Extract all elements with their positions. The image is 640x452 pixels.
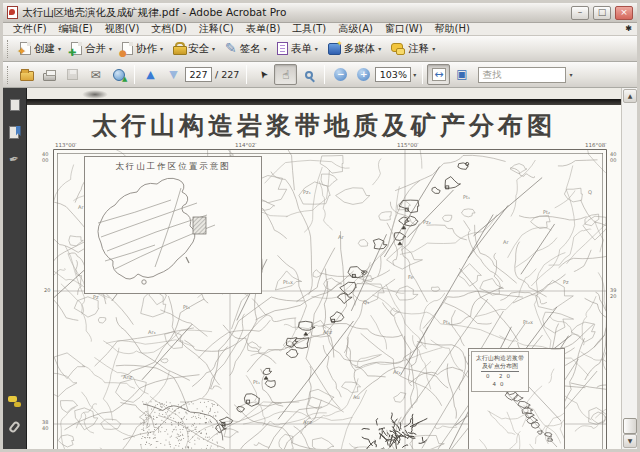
- pdf-page: 太行山构造岩浆带地质及矿产分布图 ArPt₁PzAr₃AnzPt₁QPt₂Pz₁…: [27, 88, 621, 449]
- page-thumbnails-icon: [10, 99, 20, 111]
- sign-icon: ✎: [225, 42, 237, 55]
- menu-item-1[interactable]: 文件(F): [7, 23, 53, 35]
- location-inset-title: 太行山工作区位置示意图: [85, 161, 261, 173]
- sidebar-item-page-thumbnails[interactable]: [7, 97, 23, 113]
- find-dropdown-caret[interactable]: ▾: [569, 71, 572, 78]
- scrollbar-thumb[interactable]: [623, 418, 637, 434]
- scroll-down-button[interactable]: ▼: [623, 434, 637, 448]
- hand-tool-icon: ☝: [282, 68, 289, 82]
- zoom-out-button[interactable]: −: [329, 64, 352, 85]
- map-unit-label: Au: [353, 394, 360, 400]
- tasks-toolbar: 创建▾合并▾协作▾安全▾✎签名▾表单▾多媒体▾注释▾: [3, 36, 637, 62]
- map-unit-label: Anz: [323, 329, 333, 335]
- sign-button[interactable]: ✎签名▾: [220, 40, 272, 58]
- dropdown-caret[interactable]: ▾: [160, 45, 163, 52]
- next-page-button[interactable]: ▼: [162, 64, 185, 85]
- menu-item-7[interactable]: 工具(T): [286, 23, 332, 35]
- collaborate-label: 协作: [136, 42, 157, 56]
- menu-item-5[interactable]: 注释(C): [193, 23, 240, 35]
- collaborate-button[interactable]: 协作▾: [117, 40, 168, 58]
- dropdown-caret[interactable]: ▾: [264, 45, 267, 52]
- comment-icon: [391, 43, 405, 55]
- create-icon: [20, 42, 31, 55]
- page-number-input[interactable]: [185, 67, 212, 82]
- dropdown-caret[interactable]: ▾: [378, 45, 381, 52]
- menu-item-2[interactable]: 编辑(E): [53, 23, 99, 35]
- sidebar-item-comments[interactable]: [7, 393, 23, 409]
- menubar-corner-icon[interactable]: ✱: [625, 24, 632, 33]
- menu-item-9[interactable]: 窗口(W): [379, 23, 429, 35]
- combine-button[interactable]: 合并▾: [66, 40, 117, 58]
- map-unit-label: Pt₂: [543, 209, 550, 215]
- dropdown-caret[interactable]: ▾: [432, 45, 435, 52]
- study-area-marker: [193, 217, 206, 234]
- map-unit-label: Pz₁: [303, 189, 311, 195]
- detail-inset-title-line1: 太行山构造岩浆带: [473, 354, 527, 362]
- dropdown-caret[interactable]: ▾: [109, 45, 112, 52]
- find-input[interactable]: [478, 67, 566, 83]
- map-unit-label: Q₃: [363, 299, 369, 305]
- forms-button[interactable]: 表单▾: [272, 40, 323, 58]
- print-button[interactable]: [38, 64, 61, 85]
- close-button[interactable]: ×: [615, 6, 633, 20]
- multimedia-button[interactable]: 多媒体▾: [323, 40, 387, 58]
- toolbar-separator: [324, 65, 325, 84]
- toolbar-grip[interactable]: [7, 40, 12, 58]
- dropdown-caret[interactable]: ▾: [315, 45, 318, 52]
- scroll-up-button[interactable]: ▲: [623, 89, 637, 103]
- save-button[interactable]: [61, 64, 84, 85]
- minimize-button[interactable]: –: [571, 6, 589, 20]
- email-button[interactable]: ✉: [84, 64, 107, 85]
- map-unit-label: Pt₁: [183, 304, 190, 310]
- upload-button[interactable]: [107, 64, 130, 85]
- menu-item-6[interactable]: 表单(B): [240, 23, 287, 35]
- detail-inset-map: 太行山构造岩浆带 及矿点分布图 0 20 40: [468, 348, 565, 449]
- zoom-marquee-button[interactable]: [297, 64, 320, 85]
- comment-button[interactable]: 注释▾: [386, 40, 440, 58]
- latitude-tick: 38 40: [42, 420, 48, 431]
- sidebar-item-bookmarks[interactable]: [7, 124, 23, 140]
- secure-label: 安全: [188, 42, 209, 56]
- bookmarks-icon: [9, 126, 21, 138]
- up-arrow-icon: ▲: [146, 68, 154, 81]
- zoom-dropdown-caret[interactable]: ▾: [413, 71, 416, 78]
- open-button[interactable]: [15, 64, 38, 85]
- map-unit-label: Ar: [338, 234, 344, 240]
- map-unit-label: Anz: [123, 374, 133, 380]
- create-button[interactable]: 创建▾: [15, 40, 66, 58]
- latitude-tick: 40 00: [42, 152, 48, 163]
- previous-page-button[interactable]: ▲: [139, 64, 162, 85]
- sidebar-item-signatures[interactable]: ✒: [7, 151, 23, 167]
- menu-item-4[interactable]: 文档(D): [145, 23, 193, 35]
- zoom-level-value[interactable]: 103%: [375, 67, 411, 82]
- map-unit-label: Ar: [503, 239, 509, 245]
- latitude-tick: 20: [44, 288, 50, 294]
- hand-tool-button[interactable]: ☝: [274, 64, 297, 85]
- vertical-scrollbar[interactable]: ▲ ▼: [621, 88, 637, 449]
- combine-icon: [71, 42, 82, 55]
- toolbar-grip[interactable]: [7, 66, 12, 84]
- zoom-in-button[interactable]: +: [352, 64, 375, 85]
- menu-item-8[interactable]: 高级(A): [332, 23, 379, 35]
- dropdown-caret[interactable]: ▾: [212, 45, 215, 52]
- select-tool-button[interactable]: ➤: [251, 64, 274, 85]
- open-folder-icon: [20, 71, 34, 81]
- fit-page-icon: ▣: [456, 68, 467, 81]
- sidebar-item-attachments[interactable]: [7, 419, 23, 435]
- document-view[interactable]: 太行山构造岩浆带地质及矿产分布图 ArPt₁PzAr₃AnzPt₁QPt₂Pz₁…: [27, 88, 621, 449]
- coordinate-label: 116°08′: [585, 142, 607, 148]
- detail-inset-scale: 0 20 40: [481, 371, 519, 388]
- map-unit-label: Pz₂: [423, 219, 431, 225]
- fit-width-button[interactable]: ↔: [427, 64, 450, 85]
- secure-button[interactable]: 安全▾: [168, 40, 220, 58]
- menu-item-3[interactable]: 视图(V): [99, 23, 146, 35]
- select-tool-icon: ➤: [256, 68, 270, 81]
- maximize-button[interactable]: □: [593, 6, 611, 20]
- fit-page-button[interactable]: ▣: [450, 64, 473, 85]
- comment-label: 注释: [408, 42, 429, 56]
- down-arrow-icon: ▼: [169, 68, 177, 81]
- menu-item-10[interactable]: 帮助(H): [429, 23, 476, 35]
- fit-width-icon: ↔: [432, 68, 446, 81]
- dropdown-caret[interactable]: ▾: [58, 45, 61, 52]
- title-bar[interactable]: 太行山区地壳演化及成矿规律.pdf - Adobe Acrobat Pro – …: [3, 3, 637, 23]
